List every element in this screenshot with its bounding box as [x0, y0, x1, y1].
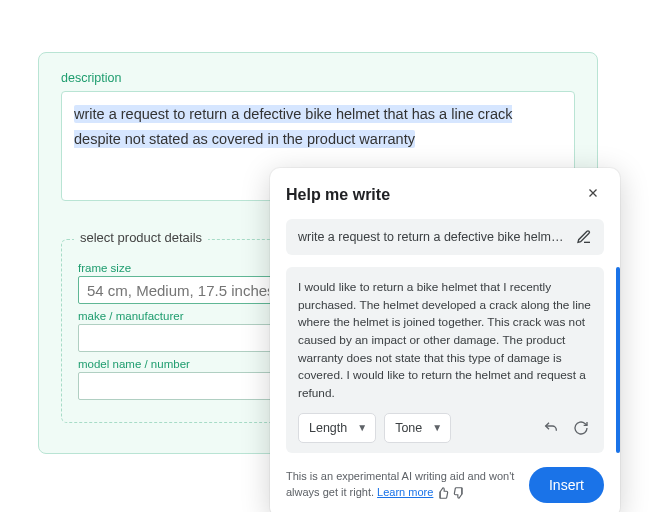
description-label: description	[61, 71, 575, 85]
popover-footer: This is an experimental AI writing aid a…	[286, 467, 604, 503]
insert-button[interactable]: Insert	[529, 467, 604, 503]
popover-header: Help me write	[286, 182, 604, 207]
accent-scrollbar[interactable]	[616, 267, 620, 453]
popover-title: Help me write	[286, 186, 390, 204]
fieldset-legend: select product details	[74, 230, 208, 245]
prompt-row[interactable]: write a request to return a defective bi…	[286, 219, 604, 255]
help-me-write-popover: Help me write write a request to return …	[270, 168, 620, 512]
prompt-preview: write a request to return a defective bi…	[298, 230, 568, 244]
model-input[interactable]	[78, 372, 278, 400]
learn-more-link[interactable]: Learn more	[377, 486, 433, 498]
tone-dropdown[interactable]: Tone ▼	[384, 413, 451, 443]
tone-label: Tone	[395, 421, 422, 435]
chevron-down-icon: ▼	[432, 422, 442, 433]
length-dropdown[interactable]: Length ▼	[298, 413, 376, 443]
regenerate-button[interactable]	[570, 417, 592, 439]
undo-icon	[543, 420, 559, 436]
thumbs-up-icon[interactable]	[436, 486, 450, 500]
generation-body: I would like to return a bike helmet tha…	[286, 267, 604, 503]
undo-button[interactable]	[540, 417, 562, 439]
disclaimer-text: This is an experimental AI writing aid a…	[286, 469, 519, 500]
length-label: Length	[309, 421, 347, 435]
thumbs-down-icon[interactable]	[452, 486, 466, 500]
description-text: write a request to return a defective bi…	[74, 105, 512, 148]
edit-icon[interactable]	[576, 229, 592, 245]
close-button[interactable]	[582, 182, 604, 207]
frame-size-input[interactable]	[78, 276, 278, 304]
controls-row: Length ▼ Tone ▼	[298, 413, 592, 443]
refresh-icon	[573, 420, 589, 436]
generated-text: I would like to return a bike helmet tha…	[298, 279, 592, 403]
generated-panel: I would like to return a bike helmet tha…	[286, 267, 604, 453]
make-input[interactable]	[78, 324, 278, 352]
chevron-down-icon: ▼	[357, 422, 367, 433]
close-icon	[586, 186, 600, 200]
